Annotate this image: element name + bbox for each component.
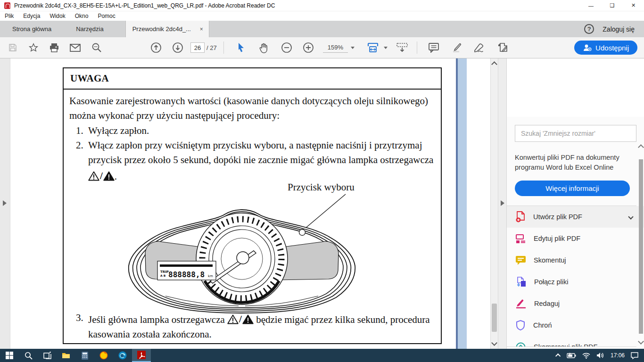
tools-panel-collapse-icon[interactable]	[501, 200, 504, 206]
action-center-icon[interactable]	[631, 352, 638, 359]
step-1: 1. Wyłącz zapłon.	[76, 123, 434, 138]
fit-caret-icon[interactable]	[384, 47, 388, 49]
star-button[interactable]	[25, 40, 41, 56]
menu-pomoc[interactable]: Pomoc	[93, 11, 120, 21]
fill-sign-button[interactable]	[472, 40, 488, 56]
scroll-down-icon[interactable]	[491, 340, 497, 346]
folder-icon	[62, 352, 70, 359]
scroll-up-icon[interactable]	[491, 61, 497, 67]
tool-comment[interactable]: Skomentuj	[507, 249, 644, 271]
select-tool-button[interactable]	[233, 40, 249, 56]
chevron-down-icon[interactable]	[628, 214, 633, 219]
wifi-icon[interactable]	[582, 353, 590, 359]
page-number-input[interactable]	[190, 42, 205, 53]
minimize-button[interactable]: —	[580, 0, 602, 11]
zoom-in-button[interactable]	[300, 40, 316, 56]
next-page-button[interactable]	[170, 40, 186, 56]
highlight-button[interactable]	[449, 40, 465, 56]
comment-icon	[428, 42, 439, 53]
print-button[interactable]	[46, 40, 62, 56]
firefox-icon	[99, 351, 108, 360]
menu-edycja[interactable]: Edycja	[18, 11, 45, 21]
note-title: UWAGA	[64, 68, 441, 90]
zoom-out-button[interactable]	[279, 40, 295, 56]
firefox-button[interactable]	[94, 349, 113, 362]
document-scroll-thumb[interactable]	[492, 304, 497, 332]
start-button[interactable]	[0, 349, 19, 362]
comment-button[interactable]	[426, 40, 442, 56]
document-viewport: UWAGA Kasowanie zarejestrowanych wartośc…	[10, 58, 490, 349]
note-intro: Kasowanie zarejestrowanych wartości (kas…	[69, 94, 434, 123]
shield-icon	[515, 320, 526, 331]
menu-widok[interactable]: Widok	[45, 11, 70, 21]
acrobat-taskbar-button[interactable]	[132, 349, 151, 362]
volume-icon[interactable]	[596, 352, 604, 359]
tool-compress-pdf[interactable]: Skompresuj plik PDF	[507, 336, 644, 346]
lcd-ab-label: A B	[160, 274, 166, 277]
tool-redact[interactable]: Redaguj	[507, 293, 644, 314]
document-scrollbar[interactable]	[490, 58, 498, 349]
tab-home[interactable]: Strona główna	[0, 21, 64, 37]
sidebar-scroll-down-icon[interactable]	[638, 338, 644, 345]
tool-create-pdf[interactable]: Utwórz plik PDF	[507, 206, 644, 228]
tab-close-icon[interactable]: ×	[199, 26, 204, 33]
tool-protect[interactable]: Chroń	[507, 314, 644, 336]
sign-in-link[interactable]: Zaloguj się	[603, 25, 635, 33]
find-button[interactable]	[89, 40, 105, 56]
calculator-icon	[82, 352, 88, 360]
edge-button[interactable]	[113, 349, 132, 362]
hand-tool-button[interactable]	[256, 40, 272, 56]
tab-document[interactable]: Przewodnik 2dc4d_... ×	[125, 21, 209, 37]
reading-mode-button[interactable]	[394, 40, 410, 56]
tool-edit-pdf[interactable]: Edytuj plik PDF	[507, 228, 644, 249]
share-button[interactable]: Udostępnij	[574, 41, 637, 55]
taskbar-search-button[interactable]	[19, 349, 38, 362]
sidebar-scroll-up-icon[interactable]	[638, 144, 644, 150]
step-2: 2. Włącz zapłon przy wciśniętym przycisk…	[76, 138, 434, 184]
close-button[interactable]: ✕	[623, 0, 644, 11]
send-sign-icon	[496, 42, 509, 53]
acrobat-app-icon	[4, 2, 10, 9]
reading-mode-icon	[396, 42, 408, 53]
lcd-digits: 888888,8	[168, 270, 205, 279]
clock[interactable]: 17:06	[611, 352, 625, 359]
previous-page-button[interactable]	[148, 40, 164, 56]
menu-okno[interactable]: Okno	[70, 11, 93, 21]
fountain-pen-icon	[473, 42, 487, 53]
sidebar-scrollbar[interactable]	[638, 145, 644, 362]
left-panel-expand-icon[interactable]	[3, 200, 7, 206]
tools-sidebar: Konwertuj pliki PDF na dokumenty program…	[507, 117, 644, 362]
redact-icon	[515, 298, 527, 309]
menu-bar: Plik Edycja Widok Okno Pomoc	[0, 11, 644, 21]
page-down-icon	[172, 42, 183, 53]
print-icon	[49, 43, 59, 52]
more-info-button[interactable]: Więcej informacji	[515, 181, 630, 196]
tab-tools[interactable]: Narzędzia	[64, 21, 116, 37]
file-explorer-button[interactable]	[57, 349, 75, 362]
menu-plik[interactable]: Plik	[0, 11, 18, 21]
tool-combine-files[interactable]: Połącz pliki	[507, 271, 644, 293]
zoom-caret-icon[interactable]	[351, 47, 355, 49]
tools-search-input[interactable]	[515, 125, 636, 142]
tray-expand-icon[interactable]	[555, 354, 561, 359]
pointer-icon	[237, 42, 246, 53]
task-view-button[interactable]	[38, 349, 57, 362]
zoom-level-value[interactable]: 159%	[323, 43, 348, 53]
email-button[interactable]	[67, 40, 83, 56]
tools-panel-handle[interactable]	[498, 58, 507, 349]
battery-icon[interactable]	[567, 353, 576, 358]
fit-width-button[interactable]	[365, 40, 381, 56]
left-panel-strip	[0, 58, 10, 349]
instrument-cluster-drawing: Przycisk wyboru	[124, 182, 360, 314]
calculator-button[interactable]	[75, 349, 94, 362]
main-area: UWAGA Kasowanie zarejestrowanych wartośc…	[0, 58, 644, 349]
save-button[interactable]	[5, 40, 21, 56]
tab-document-label: Przewodnik 2dc4d_...	[132, 25, 191, 33]
send-track-button[interactable]	[495, 40, 511, 56]
help-icon[interactable]: ?	[584, 24, 594, 34]
maximize-button[interactable]: ❑	[602, 0, 623, 11]
toolbar: / 27 159% Udostępnij	[0, 37, 644, 58]
plus-circle-icon	[303, 42, 314, 53]
warning-filled-icon	[103, 171, 115, 181]
sidebar-scroll-thumb[interactable]	[639, 159, 643, 334]
